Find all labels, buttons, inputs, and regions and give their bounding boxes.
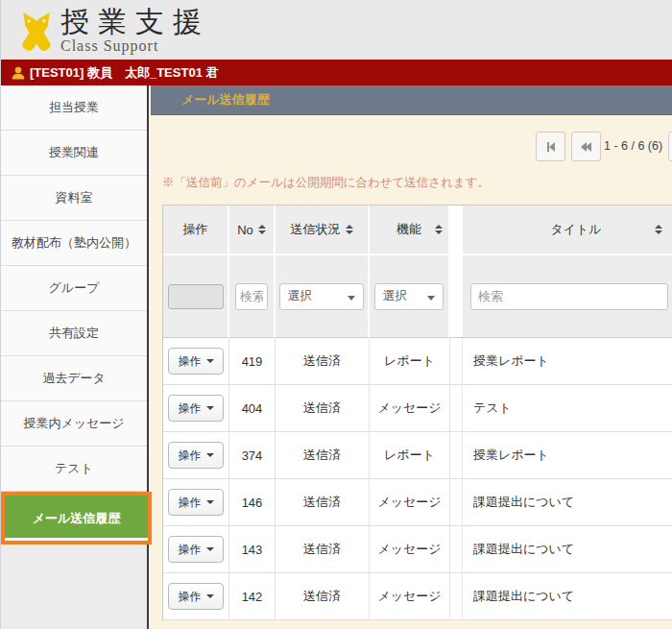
cell-status: 送信済 — [276, 432, 370, 479]
column-gap — [450, 255, 463, 338]
column-gap — [450, 385, 463, 432]
table-row: 操作 143 送信済 メッセージ 課題提出について — [163, 526, 672, 573]
send-note: ※「送信前」のメールは公開期間に合わせて送信されます。 — [162, 175, 490, 191]
user-person-icon — [12, 66, 25, 80]
cell-no: 143 — [229, 526, 276, 573]
sidebar-item-3[interactable]: 教材配布（塾内公開） — [1, 221, 147, 266]
sidebar-item-1[interactable]: 授業関連 — [1, 131, 147, 176]
row-action-button[interactable]: 操作 — [168, 536, 224, 563]
filter-status-cell: 選択 — [276, 255, 370, 338]
app-header: 授業支援 Class Support — [1, 0, 672, 60]
sort-icon[interactable] — [258, 225, 266, 234]
table-row: 操作 146 送信済 メッセージ 課題提出について — [163, 479, 672, 526]
caret-down-icon — [206, 594, 214, 598]
cell-title: 授業レポート — [463, 432, 672, 479]
cell-title: 課題提出について — [463, 526, 672, 573]
content-area: 1 - 6 / 6 (6) ※「送信前」のメールは公開期間に合わせて送信されます… — [151, 115, 672, 629]
page-header-bar: メール送信履歴 — [151, 85, 672, 115]
cell-status: 送信済 — [276, 479, 370, 526]
row-action-button[interactable]: 操作 — [168, 489, 224, 516]
filter-no-cell — [229, 255, 276, 338]
filter-title-cell — [463, 255, 672, 338]
no-search-input[interactable] — [235, 283, 268, 310]
crossed-pens-logo-icon — [16, 7, 57, 53]
sort-icon[interactable] — [346, 225, 353, 234]
column-gap — [450, 573, 463, 620]
sidebar-item-2[interactable]: 資料室 — [1, 176, 147, 221]
cell-title: 課題提出について — [463, 573, 672, 620]
caret-down-icon — [206, 406, 214, 410]
row-action-button[interactable]: 操作 — [168, 395, 224, 422]
sidebar-item-6[interactable]: 過去データ — [1, 356, 147, 401]
col-header-no[interactable]: No — [229, 206, 276, 255]
table-row: 操作 142 送信済 メッセージ 課題提出について — [163, 573, 672, 620]
filter-function-cell: 選択 — [370, 255, 450, 338]
title-search-input[interactable] — [470, 283, 668, 310]
sort-icon[interactable] — [435, 225, 443, 234]
sidebar: 担当授業 授業関連 資料室 教材配布（塾内公開） グループ 共有設定 過去データ… — [1, 85, 149, 629]
cell-status: 送信済 — [276, 573, 370, 620]
prev-page-button[interactable] — [571, 132, 601, 161]
row-action-button[interactable]: 操作 — [168, 583, 224, 610]
sort-icon[interactable] — [655, 225, 662, 234]
app-title: 授業支援 — [60, 7, 210, 37]
col-header-title[interactable]: タイトル — [463, 206, 672, 255]
row-action-button[interactable]: 操作 — [168, 348, 224, 375]
select-caret-icon — [348, 296, 355, 301]
caret-down-icon — [206, 359, 214, 363]
sidebar-item-0[interactable]: 担当授業 — [1, 85, 147, 131]
cell-status: 送信済 — [276, 385, 370, 432]
filter-operation-cell — [163, 255, 229, 338]
sidebar-item-5[interactable]: 共有設定 — [1, 311, 147, 356]
user-bar: [TEST01] 教員 太郎_TEST01 君 — [1, 60, 672, 85]
filter-row: 選択 選択 — [163, 255, 672, 338]
table-row: 操作 404 送信済 メッセージ テスト — [163, 385, 672, 432]
main-content: メール送信履歴 1 - 6 / 6 (6) ※「送信前」のメールは公開期間に合わ… — [151, 85, 672, 629]
col-header-function[interactable]: 機能 — [370, 206, 450, 255]
cell-title: 授業レポート — [463, 338, 672, 385]
table-header-row: 操作 No 送信状況 — [163, 206, 672, 255]
cell-no: 142 — [229, 573, 276, 620]
cell-no: 404 — [229, 385, 276, 432]
cell-no: 146 — [229, 479, 276, 526]
cell-function: メッセージ — [370, 479, 450, 526]
cell-title: テスト — [463, 385, 672, 432]
logged-in-user: [TEST01] 教員 太郎_TEST01 君 — [30, 64, 218, 82]
sidebar-item-7[interactable]: 授業内メッセージ — [1, 401, 147, 447]
caret-down-icon — [206, 453, 214, 457]
column-gap — [450, 206, 463, 255]
logo: 授業支援 Class Support — [16, 7, 210, 54]
cell-function: レポート — [370, 432, 450, 479]
operation-filter-disabled — [168, 284, 224, 309]
column-gap — [450, 526, 463, 573]
cell-function: メッセージ — [370, 385, 450, 432]
next-page-button[interactable] — [668, 132, 672, 161]
mail-history-table: 操作 No 送信状況 — [162, 205, 672, 620]
app-window: 授業支援 Class Support [TEST01] 教員 太郎_TEST01… — [0, 0, 672, 629]
col-header-status[interactable]: 送信状況 — [276, 206, 370, 255]
select-caret-icon — [427, 296, 435, 301]
status-select[interactable]: 選択 — [279, 283, 364, 310]
pagination-status: 1 - 6 / 6 (6) — [604, 139, 662, 153]
column-gap — [450, 432, 463, 479]
sidebar-item-4[interactable]: グループ — [1, 266, 147, 311]
sidebar-item-8[interactable]: テスト — [1, 447, 147, 492]
cell-status: 送信済 — [276, 338, 370, 385]
table-row: 操作 374 送信済 レポート 授業レポート — [163, 432, 672, 479]
function-select[interactable]: 選択 — [374, 283, 444, 310]
cell-no: 419 — [229, 338, 276, 385]
sidebar-item-9[interactable]: メール送信履歴 — [1, 492, 152, 544]
cell-no: 374 — [229, 432, 276, 479]
row-action-button[interactable]: 操作 — [168, 442, 224, 469]
cell-title: 課題提出について — [463, 479, 672, 526]
app-subtitle: Class Support — [60, 37, 210, 54]
cell-status: 送信済 — [276, 526, 370, 573]
caret-down-icon — [206, 500, 214, 504]
table-row: 操作 419 送信済 レポート 授業レポート — [163, 338, 672, 385]
column-gap — [450, 338, 463, 385]
page-title: メール送信履歴 — [181, 91, 270, 109]
cell-function: メッセージ — [370, 526, 450, 573]
cell-function: メッセージ — [370, 573, 450, 620]
col-header-operation: 操作 — [163, 206, 229, 255]
first-page-button[interactable] — [536, 132, 565, 161]
